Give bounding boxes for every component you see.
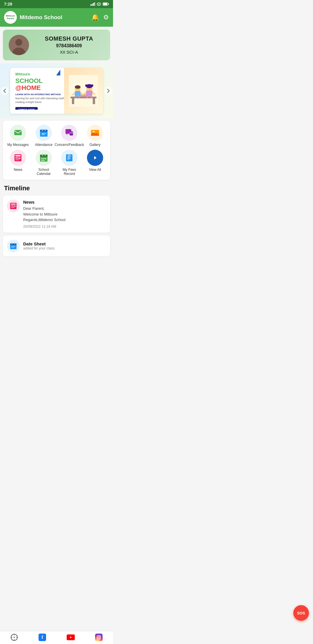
timeline-item-news[interactable]: News Dear Parent, Welcome to Mittsure Re… [3, 196, 110, 233]
profile-info: SOMESH GUPTA 9784386409 XII SCI-A [34, 35, 104, 55]
svg-rect-1 [92, 4, 93, 6]
svg-rect-69 [11, 204, 16, 205]
fees-svg: FEE [65, 154, 73, 162]
profile-phone: 9784386409 [34, 43, 104, 48]
school-calendar-label: School Calendar [32, 168, 55, 176]
svg-rect-2 [93, 3, 94, 6]
svg-rect-79 [11, 247, 14, 248]
svg-point-42 [72, 133, 73, 133]
svg-rect-3 [94, 2, 95, 6]
svg-rect-24 [86, 91, 92, 95]
news-timeline-icon-svg [10, 202, 17, 209]
svg-rect-78 [11, 246, 15, 247]
svg-point-56 [41, 158, 43, 159]
svg-point-59 [41, 160, 43, 161]
banner-next-button[interactable] [104, 87, 112, 95]
banner-inner: Mittsure SCHOOL @HOME LEARN WITH AN INTE… [0, 63, 113, 118]
banner-cta-button[interactable]: CHECK NOW [15, 107, 38, 110]
menu-item-attendance[interactable]: Attendance [32, 125, 55, 147]
attendance-svg [39, 129, 48, 137]
banner-prev-button[interactable] [1, 87, 9, 95]
svg-rect-34 [40, 130, 48, 132]
avatar-image [9, 35, 29, 55]
svg-rect-17 [75, 91, 81, 95]
gallery-icon [87, 125, 103, 141]
timeline-item-date-sheet[interactable]: Date Sheet added for your class. [3, 236, 110, 256]
svg-rect-75 [10, 243, 17, 245]
svg-point-58 [45, 158, 46, 159]
svg-point-57 [43, 158, 44, 159]
logo-text: Mittsure Parent [4, 15, 17, 20]
status-icons [90, 2, 109, 6]
svg-rect-40 [70, 131, 73, 135]
menu-row-2: News School Calendar [5, 150, 108, 176]
profile-class: XII SCI-A [34, 50, 104, 55]
svg-point-41 [71, 133, 72, 133]
timeline-date-sheet-icon [7, 240, 20, 252]
svg-rect-51 [19, 157, 21, 159]
svg-point-43 [70, 133, 71, 133]
profile-name: SOMESH GUPTA [34, 35, 104, 42]
svg-point-60 [43, 160, 44, 161]
svg-point-31 [91, 84, 93, 87]
gallery-label: Gallery [90, 143, 101, 147]
menu-item-concern-feedback[interactable]: Concern/Feedback [58, 125, 81, 147]
timeline-news-icon [7, 200, 20, 212]
svg-rect-13 [93, 98, 95, 104]
fees-record-label: My Fees Record [58, 168, 81, 176]
svg-rect-47 [15, 155, 21, 156]
svg-rect-54 [42, 154, 43, 156]
kids-illustration [69, 75, 98, 107]
svg-rect-55 [45, 154, 46, 156]
svg-rect-12 [72, 98, 74, 104]
timeline-title: Timeline [3, 184, 110, 192]
banner-title-line2: @HOME [15, 84, 41, 91]
menu-item-gallery[interactable]: Gallery [83, 125, 107, 147]
concern-feedback-label: Concern/Feedback [55, 143, 84, 147]
news-label: News [14, 168, 22, 172]
svg-rect-36 [45, 129, 46, 131]
avatar [9, 35, 29, 55]
menu-item-view-all[interactable]: View All [83, 150, 107, 176]
svg-text:FEE: FEE [68, 154, 70, 156]
concern-icon [61, 125, 77, 141]
svg-point-22 [75, 85, 81, 89]
notification-icon[interactable]: 🔔 [91, 14, 99, 21]
timeline-date-sheet-body: added for your class. [23, 246, 55, 250]
banner-triangle [56, 70, 60, 75]
datesheet-icon-svg [10, 243, 17, 249]
status-bar: 7:28 [0, 0, 113, 8]
news-icon [10, 150, 26, 166]
timeline-news-content: News Dear Parent, Welcome to Mittsure Re… [23, 200, 106, 229]
timeline-section: Timeline News Dear Parent, Welcome to Mi… [0, 182, 113, 262]
timeline-news-body: Dear Parent, Welcome to Mittsure Regards… [23, 206, 106, 223]
menu-row-1: My Messages Attendance [5, 125, 108, 147]
svg-point-8 [15, 39, 22, 46]
svg-rect-6 [108, 3, 109, 5]
banner-title-line1: SCHOOL [15, 77, 43, 84]
timeline-date-sheet-content: Date Sheet added for your class. [23, 241, 55, 250]
school-calendar-icon [36, 150, 52, 166]
messages-svg [14, 129, 22, 136]
profile-card: SOMESH GUPTA 9784386409 XII SCI-A [3, 30, 110, 60]
timeline-date-sheet-title: Date Sheet [23, 241, 55, 246]
menu-item-school-calendar[interactable]: School Calendar [32, 150, 55, 176]
svg-rect-73 [14, 205, 16, 207]
svg-rect-64 [67, 158, 71, 159]
fees-icon: FEE [61, 150, 77, 166]
svg-rect-70 [11, 205, 14, 206]
svg-rect-63 [67, 157, 70, 158]
attendance-icon [36, 125, 52, 141]
view-all-icon [87, 150, 103, 166]
menu-item-news[interactable]: News [6, 150, 30, 176]
menu-item-my-messages[interactable]: My Messages [6, 125, 30, 147]
svg-rect-50 [15, 160, 19, 160]
menu-item-my-fees-record[interactable]: FEE My Fees Record [58, 150, 81, 176]
svg-rect-62 [67, 156, 71, 156]
gallery-svg [91, 129, 99, 137]
battery-icon [103, 2, 109, 6]
settings-icon[interactable]: ⚙ [103, 14, 109, 21]
news-svg [14, 154, 22, 162]
my-messages-icon [10, 125, 26, 141]
svg-point-30 [85, 84, 88, 87]
